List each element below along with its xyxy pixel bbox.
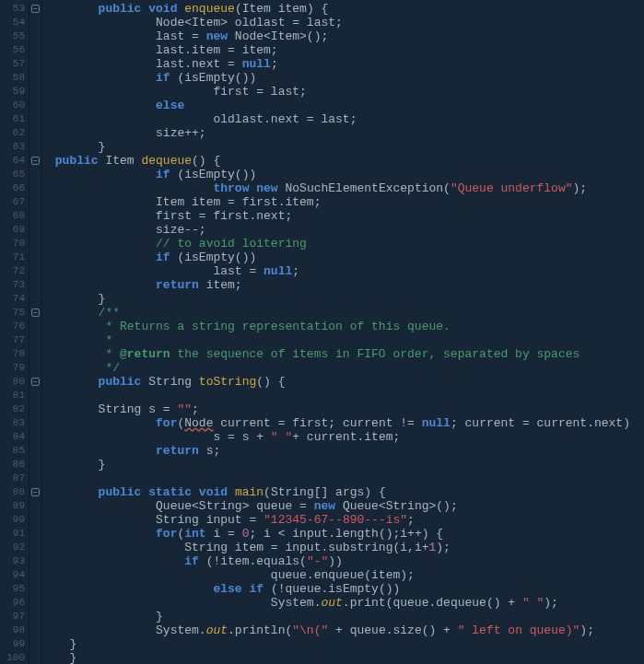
code-line[interactable]: last.item = item; bbox=[48, 43, 644, 57]
code-line[interactable]: } bbox=[48, 292, 644, 306]
line-number: 82 bbox=[6, 402, 25, 416]
token-str: " left on queue)" bbox=[458, 623, 580, 637]
code-line[interactable]: throw new NoSuchElementException("Queue … bbox=[48, 181, 644, 195]
code-line[interactable]: queue.enqueue(item); bbox=[48, 568, 644, 582]
code-line[interactable]: Queue<String> queue = new Queue<String>(… bbox=[48, 499, 644, 513]
fold-cell bbox=[29, 527, 41, 541]
code-line[interactable]: size++; bbox=[48, 126, 644, 140]
line-number: 97 bbox=[6, 610, 25, 623]
fold-cell bbox=[29, 623, 41, 637]
token-op: ; bbox=[292, 264, 299, 278]
code-line[interactable]: } bbox=[48, 610, 644, 623]
code-line[interactable]: System.out.println("\n(" + queue.size() … bbox=[48, 623, 644, 637]
fold-cell bbox=[29, 499, 41, 513]
code-line[interactable]: } bbox=[48, 651, 644, 664]
fold-toggle-icon[interactable]: − bbox=[31, 5, 40, 13]
token-op: () { bbox=[256, 375, 285, 389]
token-op: } bbox=[69, 651, 76, 664]
code-line[interactable]: return item; bbox=[48, 278, 644, 292]
code-line[interactable] bbox=[48, 472, 644, 485]
code-line[interactable]: else bbox=[48, 99, 644, 112]
token-method: dequeue bbox=[141, 154, 192, 168]
fold-cell bbox=[29, 416, 41, 430]
line-number: 100 bbox=[6, 651, 25, 664]
fold-cell bbox=[29, 126, 41, 140]
token-static: out bbox=[321, 596, 342, 610]
line-number: 99 bbox=[6, 637, 25, 651]
token-id: Queue<String> queue = bbox=[156, 499, 314, 513]
code-line[interactable]: public void enqueue(Item item) { bbox=[48, 2, 644, 16]
line-number: 70 bbox=[6, 237, 25, 250]
code-line[interactable]: if (isEmpty()) bbox=[48, 250, 644, 264]
token-new: new bbox=[206, 29, 228, 43]
code-line[interactable]: Item item = first.item; bbox=[48, 195, 644, 209]
code-line[interactable]: } bbox=[48, 140, 644, 154]
fold-toggle-icon[interactable]: − bbox=[31, 309, 40, 317]
token-cmt: /** bbox=[99, 306, 120, 320]
token-op: } bbox=[63, 637, 77, 651]
token-id: Item bbox=[105, 154, 141, 168]
token-id: (isEmpty()) bbox=[170, 168, 257, 181]
code-line[interactable]: System.out.print(queue.dequeue() + " "); bbox=[48, 596, 644, 610]
code-line[interactable]: * @return the sequence of items in FIFO … bbox=[48, 347, 644, 361]
token-op: } bbox=[99, 292, 106, 306]
code-line[interactable]: first = last; bbox=[48, 85, 644, 99]
line-number: 68 bbox=[6, 209, 25, 223]
code-line[interactable]: String s = ""; bbox=[48, 402, 644, 416]
code-line[interactable]: } bbox=[48, 458, 644, 472]
token-kw: throw bbox=[213, 181, 249, 195]
token-cmt: // to avoid loitering bbox=[156, 237, 307, 250]
code-line[interactable]: Node<Item> oldlast = last; bbox=[48, 16, 644, 29]
token-op: } bbox=[99, 140, 106, 154]
line-number: 59 bbox=[6, 85, 25, 99]
code-line[interactable]: last = new Node<Item>(); bbox=[48, 29, 644, 43]
code-line[interactable]: last.next = null; bbox=[48, 57, 644, 71]
token-err: Node bbox=[184, 416, 213, 430]
code-line[interactable]: first = first.next; bbox=[48, 209, 644, 223]
fold-cell bbox=[29, 444, 41, 458]
code-line[interactable]: */ bbox=[48, 361, 644, 375]
line-number: 71 bbox=[6, 250, 25, 264]
fold-cell bbox=[29, 361, 41, 375]
code-line[interactable]: for(int i = 0; i < input.length();i++) { bbox=[48, 527, 644, 541]
code-line[interactable]: s = s + " "+ current.item; bbox=[48, 430, 644, 444]
fold-cell bbox=[29, 430, 41, 444]
fold-toggle-icon[interactable]: − bbox=[31, 157, 40, 165]
code-line[interactable] bbox=[48, 389, 644, 402]
code-line[interactable]: if (isEmpty()) bbox=[48, 168, 644, 181]
fold-cell bbox=[29, 112, 41, 126]
fold-cell bbox=[29, 292, 41, 306]
code-line[interactable]: else if (!queue.isEmpty()) bbox=[48, 582, 644, 596]
code-line[interactable]: if (isEmpty()) bbox=[48, 71, 644, 85]
fold-cell bbox=[29, 320, 41, 333]
fold-toggle-icon[interactable]: − bbox=[31, 378, 40, 386]
line-number: 67 bbox=[6, 195, 25, 209]
token-kw: if bbox=[249, 582, 263, 596]
token-kw: if bbox=[156, 168, 170, 181]
token-op: (String[] args) { bbox=[263, 485, 386, 499]
fold-column: −−−−− bbox=[29, 0, 42, 664]
fold-toggle-icon[interactable]: − bbox=[31, 488, 40, 496]
code-line[interactable]: if (!item.equals("-")) bbox=[48, 554, 644, 568]
line-number: 62 bbox=[6, 126, 25, 140]
code-line[interactable]: public String toString() { bbox=[48, 375, 644, 389]
code-line[interactable]: /** bbox=[48, 306, 644, 320]
code-line[interactable]: * Returns a string representation of thi… bbox=[48, 320, 644, 333]
code-line[interactable]: } bbox=[48, 637, 644, 651]
code-line[interactable]: public Item dequeue() { bbox=[48, 154, 644, 168]
code-line[interactable]: size--; bbox=[48, 223, 644, 237]
code-line[interactable]: oldlast.next = last; bbox=[48, 112, 644, 126]
code-line[interactable]: // to avoid loitering bbox=[48, 237, 644, 250]
token-cmt: * bbox=[99, 347, 120, 361]
line-number: 72 bbox=[6, 264, 25, 278]
token-id: Node<Item>(); bbox=[228, 29, 328, 43]
code-line[interactable]: String item = input.substring(i,i+1); bbox=[48, 541, 644, 554]
code-line[interactable]: * bbox=[48, 333, 644, 347]
code-line[interactable]: String input = "12345-67--890---is"; bbox=[48, 513, 644, 527]
code-line[interactable]: last = null; bbox=[48, 264, 644, 278]
code-area[interactable]: public void enqueue(Item item) { Node<It… bbox=[42, 0, 644, 664]
code-line[interactable]: for(Node current = first; current != nul… bbox=[48, 416, 644, 430]
code-line[interactable]: return s; bbox=[48, 444, 644, 458]
code-line[interactable]: public static void main(String[] args) { bbox=[48, 485, 644, 499]
fold-cell bbox=[29, 264, 41, 278]
